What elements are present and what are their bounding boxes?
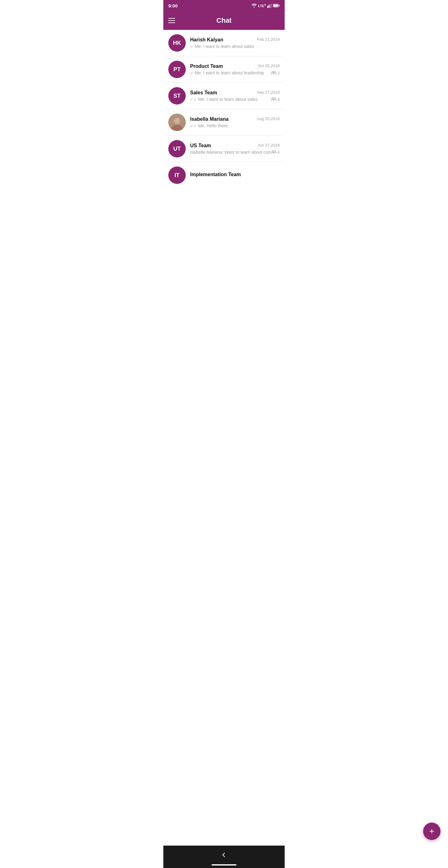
chat-top-row: Harish KalyanFeb 21,2019 bbox=[190, 37, 280, 43]
wifi-icon bbox=[252, 3, 257, 8]
chat-top-row: Sales TeamSep 27,2018 bbox=[190, 90, 280, 96]
chat-item[interactable]: STSales TeamSep 27,2018✓✓Me: I want to l… bbox=[163, 83, 285, 109]
preview-text: Me: Hello there bbox=[198, 123, 228, 128]
chat-date: Oct 05,2018 bbox=[258, 63, 280, 68]
chat-bottom-row: ✓Me: I want to learn about leadership 2 bbox=[190, 70, 280, 75]
chat-preview: Isabella Mariana: Want to learn about co… bbox=[190, 150, 271, 155]
avatar: PT bbox=[168, 61, 186, 78]
member-count: 4 bbox=[271, 150, 280, 155]
battery-icon bbox=[273, 4, 280, 7]
chat-date: Sep 27,2018 bbox=[257, 90, 280, 95]
chat-item[interactable]: Isabella MarianaAug 20,2018✓✓Me: Hello t… bbox=[163, 109, 285, 136]
chat-preview: ✓✓Me: Hello there bbox=[190, 123, 228, 128]
chat-preview: ✓Me: I want to learn about sales bbox=[190, 44, 254, 49]
status-time: 9:00 bbox=[168, 3, 178, 8]
page-title: Chat bbox=[217, 17, 232, 25]
preview-text: Isabella Mariana: Want to learn about co… bbox=[190, 150, 271, 155]
avatar: HK bbox=[168, 34, 186, 52]
chat-preview: ✓Me: I want to learn about leadership bbox=[190, 70, 264, 75]
svg-rect-6 bbox=[274, 5, 278, 7]
member-count: 4 bbox=[271, 97, 280, 102]
avatar: IT bbox=[168, 166, 186, 184]
chat-preview: ✓✓Me: I want to learn about sales bbox=[190, 97, 258, 102]
group-icon bbox=[271, 71, 277, 75]
group-icon bbox=[271, 150, 277, 154]
chat-bottom-row: ✓✓Me: Hello there bbox=[190, 123, 280, 128]
chat-top-row: US TeamJun 27,2018 bbox=[190, 143, 280, 149]
chat-name: Implementation Team bbox=[190, 172, 241, 177]
svg-rect-1 bbox=[268, 5, 269, 8]
chat-item[interactable]: PTProduct TeamOct 05,2018✓Me: I want to … bbox=[163, 56, 285, 83]
chat-bottom-row: Isabella Mariana: Want to learn about co… bbox=[190, 150, 280, 155]
double-check-icon: ✓✓ bbox=[190, 97, 197, 102]
chat-name: Sales Team bbox=[190, 90, 217, 96]
single-check-icon: ✓ bbox=[190, 44, 193, 49]
signal-icon bbox=[267, 3, 271, 8]
svg-rect-3 bbox=[271, 3, 271, 8]
chat-item[interactable]: ITImplementation Team bbox=[163, 162, 285, 188]
chat-info: Harish KalyanFeb 21,2019✓Me: I want to l… bbox=[190, 37, 280, 49]
chat-top-row: Isabella MarianaAug 20,2018 bbox=[190, 116, 280, 122]
lte-label: LTER bbox=[258, 3, 266, 8]
chat-info: Sales TeamSep 27,2018✓✓Me: I want to lea… bbox=[190, 90, 280, 102]
chat-info: Product TeamOct 05,2018✓Me: I want to le… bbox=[190, 63, 280, 75]
single-check-icon: ✓ bbox=[190, 71, 193, 75]
member-count: 2 bbox=[271, 71, 280, 75]
preview-text: Me: I want to learn about sales bbox=[195, 44, 254, 49]
chat-date: Jun 27,2018 bbox=[257, 143, 280, 148]
chat-name: US Team bbox=[190, 143, 211, 149]
svg-rect-5 bbox=[279, 5, 280, 6]
chat-name: Isabella Mariana bbox=[190, 116, 229, 122]
chat-date: Feb 21,2019 bbox=[257, 37, 280, 42]
chat-top-row: Implementation Team bbox=[190, 172, 280, 177]
status-bar: 9:00 LTER bbox=[163, 0, 285, 11]
chat-info: US TeamJun 27,2018Isabella Mariana: Want… bbox=[190, 143, 280, 155]
chat-list: HKHarish KalyanFeb 21,2019✓Me: I want to… bbox=[163, 30, 285, 238]
preview-text: Me: I want to learn about sales bbox=[198, 97, 258, 102]
chat-name: Product Team bbox=[190, 63, 223, 69]
menu-button[interactable] bbox=[168, 18, 175, 23]
chat-info: Isabella MarianaAug 20,2018✓✓Me: Hello t… bbox=[190, 116, 280, 128]
chat-bottom-row: ✓✓Me: I want to learn about sales 4 bbox=[190, 97, 280, 102]
double-check-icon: ✓✓ bbox=[190, 124, 197, 128]
avatar: ST bbox=[168, 87, 186, 104]
app-header: Chat bbox=[163, 11, 285, 30]
chat-name: Harish Kalyan bbox=[190, 37, 223, 43]
chat-date: Aug 20,2018 bbox=[257, 116, 280, 121]
status-icons: LTER bbox=[252, 3, 280, 8]
group-icon bbox=[271, 97, 277, 101]
chat-top-row: Product TeamOct 05,2018 bbox=[190, 63, 280, 69]
preview-text: Me: I want to learn about leadership bbox=[195, 70, 264, 75]
svg-rect-0 bbox=[267, 6, 268, 8]
svg-rect-2 bbox=[270, 4, 271, 8]
chat-bottom-row: ✓Me: I want to learn about sales bbox=[190, 44, 280, 49]
svg-point-14 bbox=[174, 118, 180, 123]
avatar: UT bbox=[168, 140, 186, 157]
chat-item[interactable]: UTUS TeamJun 27,2018Isabella Mariana: Wa… bbox=[163, 136, 285, 162]
chat-item[interactable]: HKHarish KalyanFeb 21,2019✓Me: I want to… bbox=[163, 30, 285, 56]
avatar bbox=[168, 114, 186, 131]
chat-info: Implementation Team bbox=[190, 172, 280, 179]
